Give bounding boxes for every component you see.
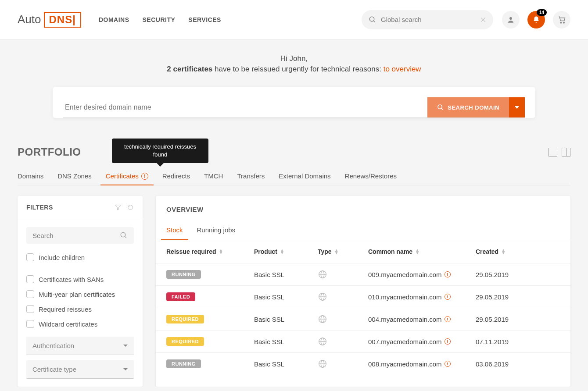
domain-search: SEARCH DOMAIN <box>63 97 525 118</box>
checkbox-icon <box>26 253 34 261</box>
user-button[interactable] <box>502 11 520 28</box>
svg-point-7 <box>438 105 442 109</box>
cell-status: RUNNING <box>166 359 254 368</box>
cell-product: Basic SSL <box>254 316 318 323</box>
sub-tab-running-jobs[interactable]: Running jobs <box>197 220 236 240</box>
notifications-button[interactable]: 14 <box>527 11 545 28</box>
main-area: FILTERS Include children Cer <box>18 196 570 387</box>
overview-title: OVERVIEW <box>156 196 570 220</box>
cell-created: 03.06.2019 <box>476 360 560 368</box>
filter-search-input[interactable] <box>32 232 120 239</box>
cell-type <box>318 337 368 346</box>
global-search-input[interactable] <box>381 16 476 23</box>
cell-type <box>318 359 368 369</box>
banner-count: 2 certificates <box>167 65 212 73</box>
global-search[interactable] <box>362 10 493 29</box>
domain-search-input[interactable] <box>63 97 427 117</box>
tab-certificates[interactable]: Certificates ! <box>106 167 148 185</box>
notification-badge: 14 <box>537 9 547 16</box>
th-common-name[interactable]: Common name▲▼ <box>368 248 476 255</box>
tab-redirects[interactable]: Redirects <box>162 167 190 185</box>
cell-common-name: 008.myacmedomain.com! <box>368 360 476 368</box>
cell-product: Basic SSL <box>254 338 318 345</box>
select-label: Certificate type <box>32 366 76 373</box>
portfolio-tabs: technically required reissues found Doma… <box>18 167 570 185</box>
tab-transfers[interactable]: Transfers <box>237 167 265 185</box>
banner-link[interactable]: to overview <box>384 65 421 73</box>
table-row[interactable]: REQUIREDBasic SSL007.myacmedomain.com!07… <box>156 330 570 352</box>
tab-renews-restores[interactable]: Renews/Restores <box>345 167 397 185</box>
cell-common-name: 010.myacmedomain.com! <box>368 293 476 301</box>
search-dropdown-button[interactable] <box>509 97 525 117</box>
cell-status: RUNNING <box>166 270 254 279</box>
main-nav: DOMAINS SECURITY SERVICES <box>99 16 221 23</box>
checkbox-label: Multi-year plan certificates <box>39 291 115 298</box>
filter-search[interactable] <box>26 227 134 244</box>
status-badge: REQUIRED <box>166 315 204 323</box>
globe-icon <box>318 337 368 346</box>
select-authentication[interactable]: Authentication <box>26 337 134 355</box>
tab-domains[interactable]: Domains <box>18 167 43 185</box>
checkbox-icon <box>26 290 34 298</box>
select-cert-type[interactable]: Certificate type <box>26 360 134 379</box>
table-row[interactable]: REQUIREDBasic SSL004.myacmedomain.com!29… <box>156 308 570 330</box>
table-row[interactable]: FAILEDBasic SSL010.myacmedomain.com!29.0… <box>156 285 570 308</box>
layout-split-icon[interactable] <box>562 148 570 156</box>
tab-tmch[interactable]: TMCH <box>204 167 223 185</box>
content: PORTFOLIO technically required reissues … <box>0 128 588 387</box>
th-product[interactable]: Product▲▼ <box>254 248 318 255</box>
status-badge: FAILED <box>166 292 195 301</box>
cell-created: 29.05.2019 <box>476 293 560 301</box>
svg-line-10 <box>125 236 126 238</box>
tooltip: technically required reissues found <box>112 139 208 163</box>
checkbox-required-reissues[interactable]: Required reissues <box>26 302 134 316</box>
portfolio-title: PORTFOLIO <box>18 146 81 158</box>
domain-search-card: SEARCH DOMAIN <box>53 87 535 118</box>
search-domain-button[interactable]: SEARCH DOMAIN <box>427 97 509 117</box>
checkbox-label: Certificates with SANs <box>39 276 104 283</box>
header-icons: 14 <box>502 11 570 28</box>
nav-domains[interactable]: DOMAINS <box>99 16 129 23</box>
tab-dns-zones[interactable]: DNS Zones <box>57 167 92 185</box>
table-row[interactable]: RUNNINGBasic SSL009.myacmedomain.com!29.… <box>156 263 570 285</box>
checkbox-include-children[interactable]: Include children <box>26 250 134 265</box>
th-reissue[interactable]: Reissue required▲▼ <box>166 248 254 255</box>
alert-icon: ! <box>445 338 451 345</box>
checkbox-sans[interactable]: Certificates with SANs <box>26 272 134 287</box>
header: Auto DNS| DOMAINS SECURITY SERVICES 14 <box>0 0 588 39</box>
logo[interactable]: Auto DNS| <box>18 12 81 28</box>
cell-type <box>318 292 368 302</box>
tab-external-domains[interactable]: External Domains <box>279 167 330 185</box>
cart-button[interactable] <box>553 11 570 28</box>
reset-icon[interactable] <box>127 204 134 211</box>
th-created[interactable]: Created▲▼ <box>476 248 560 255</box>
cell-type <box>318 314 368 324</box>
funnel-icon[interactable] <box>115 204 122 211</box>
svg-point-0 <box>369 17 374 21</box>
overview-sub-tabs: Stock Running jobs <box>156 220 570 240</box>
chevron-down-icon <box>123 344 128 348</box>
svg-point-9 <box>121 232 125 237</box>
filters-header: FILTERS <box>18 196 143 219</box>
globe-icon <box>318 314 368 324</box>
banner-text: have to be reissued urgently for technic… <box>212 65 383 73</box>
th-type[interactable]: Type▲▼ <box>318 248 368 255</box>
globe-icon <box>318 359 368 369</box>
checkbox-multi-year[interactable]: Multi-year plan certificates <box>26 287 134 302</box>
nav-security[interactable]: SECURITY <box>143 16 176 23</box>
nav-services[interactable]: SERVICES <box>188 16 221 23</box>
filters-header-icons <box>115 204 134 211</box>
cell-product: Basic SSL <box>254 271 318 278</box>
cell-status: REQUIRED <box>166 315 254 323</box>
sub-tab-stock[interactable]: Stock <box>166 220 183 240</box>
cell-created: 29.05.2019 <box>476 316 560 323</box>
table-row[interactable]: RUNNINGBasic SSL008.myacmedomain.com!03.… <box>156 352 570 375</box>
sort-icon: ▲▼ <box>334 249 339 254</box>
checkbox-wildcard[interactable]: Wildcard certificates <box>26 316 134 331</box>
status-badge: REQUIRED <box>166 337 204 346</box>
alert-icon: ! <box>445 271 451 277</box>
clear-icon[interactable] <box>480 17 486 23</box>
cell-product: Basic SSL <box>254 293 318 301</box>
layout-single-icon[interactable] <box>549 148 557 156</box>
alert-icon: ! <box>445 361 451 367</box>
